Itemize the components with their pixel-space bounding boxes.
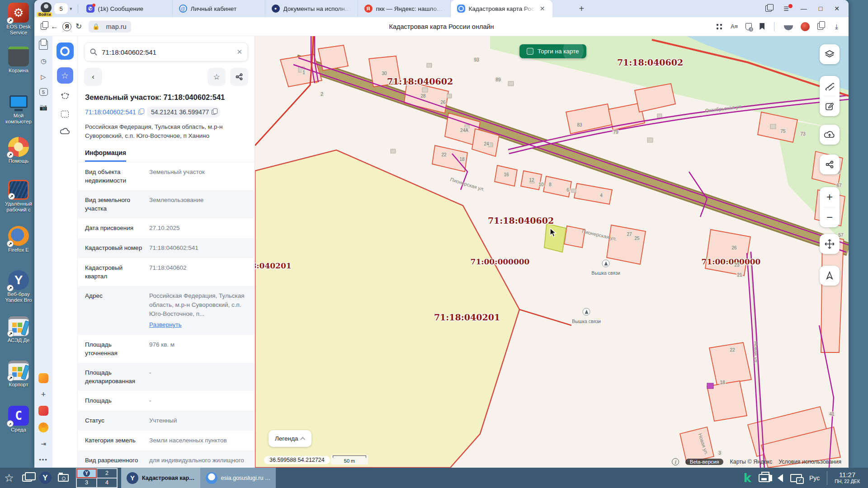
share-parcel-button[interactable] xyxy=(230,68,248,86)
maximize-button[interactable]: □ xyxy=(819,5,822,12)
new-tab-button[interactable]: + xyxy=(573,4,591,14)
display-sync-tray-icon[interactable] xyxy=(790,474,802,482)
reload-button[interactable]: ↻ xyxy=(75,22,82,31)
tab-information[interactable]: Информация xyxy=(78,145,255,162)
copy-icon[interactable] xyxy=(138,110,142,115)
expand-address-link[interactable]: Развернуть xyxy=(149,320,247,329)
desktop-icon-help-3[interactable]: ↗Помощь xyxy=(1,137,36,164)
back-button[interactable]: ← xyxy=(51,22,58,31)
browser-tab-1[interactable]: @Личный кабинет xyxy=(173,0,265,17)
favorite-parcel-button[interactable]: ☆ xyxy=(208,68,226,86)
protect-shield-icon[interactable] xyxy=(745,23,752,30)
screenshot-icon[interactable]: 📷 xyxy=(39,103,48,112)
map-canvas[interactable]: 71:18:04060271:18:04060271:18:04060271:0… xyxy=(255,36,849,468)
profile-avatar[interactable]: Войти xyxy=(41,2,52,13)
address-bar[interactable]: map.ru xyxy=(103,21,131,33)
downloads-icon[interactable]: ⤓ xyxy=(835,23,838,31)
yandex-service-icon[interactable] xyxy=(38,373,48,383)
browser-tab-2[interactable]: ●Документы на исполнен xyxy=(265,0,358,17)
workspace-1[interactable]: Y xyxy=(76,469,97,478)
ruler-button[interactable] xyxy=(820,76,840,96)
tabs-icon[interactable] xyxy=(39,41,48,50)
desktop-icon-firefox-5[interactable]: ↗Firefox E xyxy=(1,226,36,253)
yandex-browser-launcher[interactable]: Y xyxy=(36,468,54,488)
back-panel-button[interactable]: ‹ xyxy=(84,68,102,86)
row-value: 71:18:040602 xyxy=(149,263,247,281)
upload-button[interactable] xyxy=(820,125,840,145)
browser-tab-4[interactable]: Кадастровая карта Рос✕ xyxy=(451,0,552,17)
desktop-icon-computer-2[interactable]: Мой компьютер xyxy=(1,92,36,125)
desktop-icon-remote-4[interactable]: ↗Удалённый рабочий с xyxy=(1,180,36,213)
taskbar-task-1[interactable]: esia.gosuslugi.ru … xyxy=(200,468,276,488)
layers-button[interactable] xyxy=(820,44,840,64)
incognito-icon[interactable] xyxy=(784,25,793,30)
cadastral-number-link[interactable]: 71:18:040602:541 xyxy=(85,108,142,116)
share-map-button[interactable] xyxy=(820,155,840,174)
tab-groups-icon[interactable]: 5 xyxy=(39,88,48,96)
torgi-checkbox[interactable] xyxy=(527,48,533,55)
reader-mode-icon[interactable]: A≡ xyxy=(731,23,738,30)
clear-search-icon[interactable]: ✕ xyxy=(236,48,242,56)
browser-menu-icon[interactable]: ☰ xyxy=(783,5,789,12)
search-input[interactable] xyxy=(102,48,232,56)
clock[interactable]: 11:27 ПН, 22 ДЕК xyxy=(835,471,863,485)
bookmark-flag-icon[interactable] xyxy=(760,23,764,30)
zoom-in-button[interactable]: + xyxy=(820,187,840,207)
tab-panels-icon[interactable] xyxy=(765,5,772,12)
search-box[interactable]: ✕ xyxy=(84,42,248,61)
browser-tab-0[interactable]: ✆(1k) Сообщение xyxy=(80,0,173,17)
edit-button[interactable] xyxy=(820,96,840,116)
workspace-4[interactable]: 4 xyxy=(97,478,117,488)
lock-icon[interactable]: 🔒 xyxy=(89,21,103,33)
coordinates-chip[interactable]: 54.21241 36.599477 xyxy=(147,107,220,117)
workspace-3[interactable]: 3 xyxy=(76,478,97,488)
my-location-button[interactable] xyxy=(820,266,840,286)
copy-icon[interactable] xyxy=(212,110,216,115)
file-manager-icon[interactable] xyxy=(54,468,72,488)
kaspersky-tray-icon[interactable]: k xyxy=(744,471,751,485)
desktop-icon-eos-0[interactable]: ⚙↗EOS Desk Service xyxy=(1,3,36,36)
chevron-down-icon[interactable]: ▾ xyxy=(70,6,72,12)
map-app-logo[interactable] xyxy=(57,42,74,60)
sidebar-collapse-icon[interactable]: ⇥ xyxy=(39,439,48,448)
info-icon[interactable]: i xyxy=(672,458,679,465)
tab-counter[interactable]: 5 xyxy=(54,3,68,14)
browser-tab-3[interactable]: Япкк — Яндекс: нашлось 1 xyxy=(358,0,451,17)
desktop-icon-trash-1[interactable]: Корзина xyxy=(1,47,36,74)
extensions-icon[interactable] xyxy=(716,23,723,30)
taskbar-task-0[interactable]: YКадастровая кар… xyxy=(121,468,200,488)
app-shortcut2-icon[interactable] xyxy=(38,422,48,432)
alice-assistant-icon[interactable] xyxy=(801,22,810,31)
area-select-icon[interactable] xyxy=(60,109,70,119)
polygon-select-icon[interactable] xyxy=(60,91,70,101)
close-button[interactable]: ✕ xyxy=(834,5,840,12)
desktop-icon-sreda-9[interactable]: C↗Среда xyxy=(1,406,36,433)
desktop-icon-yandex-6[interactable]: Y↗Веб-брау Yandex Bro xyxy=(1,270,36,303)
workspace-2[interactable]: 2 xyxy=(97,469,117,478)
favorites-button[interactable]: ☆ xyxy=(57,67,73,84)
history-icon[interactable]: ◷ xyxy=(39,56,48,66)
torgi-on-map-button[interactable]: Торги на карте xyxy=(519,44,586,58)
tab-title: (1k) Сообщение xyxy=(98,5,166,12)
yandex-search-icon[interactable]: Я xyxy=(62,22,71,31)
collections-icon[interactable] xyxy=(817,23,823,30)
pan-mode-button[interactable] xyxy=(820,234,840,254)
legend-button[interactable]: Легенда xyxy=(269,430,311,447)
tabs-overview-icon[interactable] xyxy=(41,23,47,30)
login-badge[interactable]: Войти xyxy=(37,12,52,17)
language-indicator[interactable]: Рус xyxy=(809,474,820,482)
app-shortcut-icon[interactable] xyxy=(38,406,48,416)
minimize-button[interactable]: — xyxy=(801,5,807,12)
favorites-tray-icon[interactable]: ☆ xyxy=(0,468,18,488)
window-switcher-icon[interactable] xyxy=(18,468,36,488)
desktop-icon-doc-8[interactable]: ↗Корпорт xyxy=(1,361,36,388)
cloud-layers-icon[interactable] xyxy=(60,127,70,136)
tab-close-icon[interactable]: ✕ xyxy=(539,5,546,12)
volume-tray-icon[interactable] xyxy=(778,474,783,482)
terms-link[interactable]: Условия использования xyxy=(778,459,841,465)
more-options-icon[interactable]: ••• xyxy=(39,455,48,464)
video-icon[interactable]: ▷ xyxy=(39,72,48,81)
zoom-out-button[interactable]: − xyxy=(820,207,840,227)
desktop-icon-doc-7[interactable]: ↗АСЭД Де xyxy=(1,316,36,343)
add-service-icon[interactable]: + xyxy=(39,390,48,399)
